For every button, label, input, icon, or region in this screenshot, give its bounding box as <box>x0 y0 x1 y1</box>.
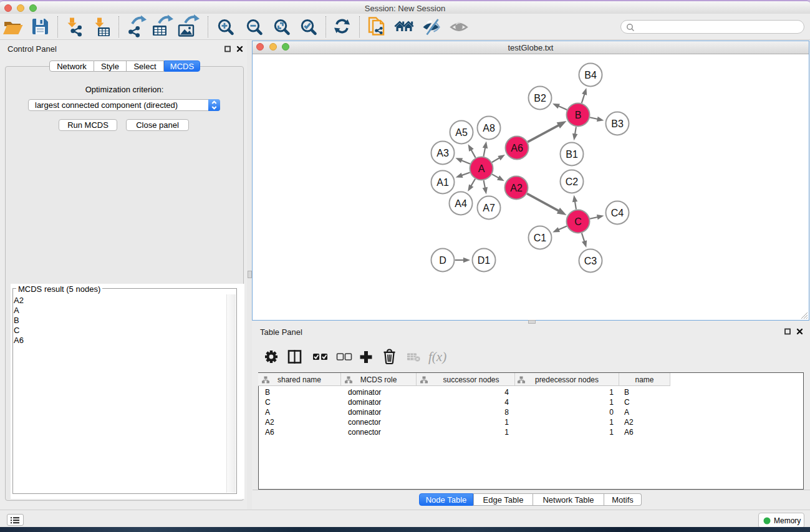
svg-text:A4: A4 <box>455 198 467 209</box>
svg-text:A7: A7 <box>483 203 495 213</box>
svg-text:A6: A6 <box>511 143 523 153</box>
svg-text:f(x): f(x) <box>428 349 446 364</box>
svg-text:C2: C2 <box>566 177 579 187</box>
svg-text:A: A <box>478 163 485 174</box>
svg-text:C3: C3 <box>584 256 597 266</box>
svg-text:A5: A5 <box>455 127 468 138</box>
svg-text:C4: C4 <box>611 208 624 218</box>
svg-text:D1: D1 <box>478 255 491 266</box>
svg-text:B: B <box>575 110 582 120</box>
svg-text:A8: A8 <box>483 123 495 133</box>
svg-text:A3: A3 <box>436 148 449 158</box>
svg-text:A2: A2 <box>510 183 523 193</box>
svg-text:C1: C1 <box>534 233 547 243</box>
svg-text:B3: B3 <box>611 118 624 129</box>
svg-text:A1: A1 <box>436 177 449 188</box>
svg-text:B2: B2 <box>534 93 546 104</box>
svg-text:B4: B4 <box>584 70 597 80</box>
svg-text:D: D <box>439 255 446 266</box>
svg-text:B1: B1 <box>566 149 578 160</box>
svg-text:C: C <box>574 216 582 227</box>
